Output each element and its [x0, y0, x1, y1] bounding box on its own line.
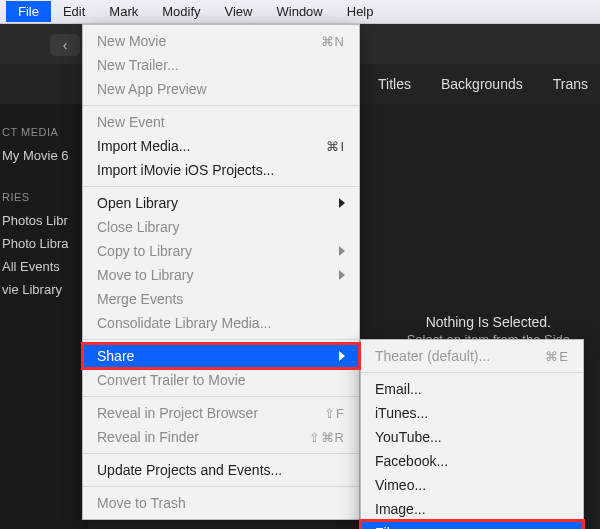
submenu-item-label: Vimeo...: [375, 477, 569, 493]
menu-item-label: Copy to Library: [97, 243, 333, 259]
menu-item-import-imovie-ios-projects[interactable]: Import iMovie iOS Projects...: [83, 158, 359, 182]
menu-separator: [83, 339, 359, 340]
menu-item-new-event: New Event: [83, 110, 359, 134]
menubar: iMovie FileEditMarkModifyViewWindowHelp: [0, 0, 600, 24]
menu-item-label: Reveal in Project Browser: [97, 405, 324, 421]
menu-item-shortcut: ⌘I: [326, 139, 345, 154]
menu-item-reveal-in-project-browser: Reveal in Project Browser⇧F: [83, 401, 359, 425]
menu-separator: [83, 186, 359, 187]
submenu-item-label: Image...: [375, 501, 569, 517]
menubar-item-edit[interactable]: Edit: [51, 1, 97, 22]
submenu-item-file[interactable]: File...: [361, 521, 583, 529]
menu-item-label: Move to Library: [97, 267, 333, 283]
sidebar-item[interactable]: Photos Libr: [0, 209, 88, 232]
submenu-item-label: Theater (default)...: [375, 348, 545, 364]
menubar-item-window[interactable]: Window: [265, 1, 335, 22]
empty-title: Nothing Is Selected.: [407, 314, 570, 330]
submenu-item-youtube[interactable]: YouTube...: [361, 425, 583, 449]
submenu-item-label: Email...: [375, 381, 569, 397]
submenu-item-itunes[interactable]: iTunes...: [361, 401, 583, 425]
menu-item-new-movie: New Movie⌘N: [83, 29, 359, 53]
menu-item-label: New Event: [97, 114, 345, 130]
submenu-item-email[interactable]: Email...: [361, 377, 583, 401]
menu-item-label: New Trailer...: [97, 57, 345, 73]
menu-item-copy-to-library: Copy to Library: [83, 239, 359, 263]
menu-item-label: Import Media...: [97, 138, 326, 154]
sidebar-item[interactable]: My Movie 6: [0, 144, 88, 167]
chevron-right-icon: [339, 198, 345, 208]
menu-item-label: Consolidate Library Media...: [97, 315, 345, 331]
menu-item-label: Open Library: [97, 195, 333, 211]
submenu-item-label: File...: [375, 525, 569, 529]
menu-item-reveal-in-finder: Reveal in Finder⇧⌘R: [83, 425, 359, 449]
menu-item-import-media[interactable]: Import Media...⌘I: [83, 134, 359, 158]
tab-backgrounds[interactable]: Backgrounds: [441, 76, 523, 92]
chevron-right-icon: [339, 351, 345, 361]
menu-item-shortcut: ⌘N: [321, 34, 345, 49]
menu-item-new-app-preview: New App Preview: [83, 77, 359, 101]
menu-separator: [361, 372, 583, 373]
menu-item-label: Import iMovie iOS Projects...: [97, 162, 345, 178]
tab-trans[interactable]: Trans: [553, 76, 588, 92]
menu-separator: [83, 396, 359, 397]
submenu-item-facebook[interactable]: Facebook...: [361, 449, 583, 473]
sidebar: CT MEDIAMy Movie 6RIESPhotos LibrPhoto L…: [0, 104, 88, 529]
menu-item-consolidate-library-media: Consolidate Library Media...: [83, 311, 359, 335]
sidebar-item[interactable]: All Events: [0, 255, 88, 278]
menu-item-label: New App Preview: [97, 81, 345, 97]
menu-separator: [83, 486, 359, 487]
menu-item-new-trailer: New Trailer...: [83, 53, 359, 77]
menu-item-label: Move to Trash: [97, 495, 345, 511]
menu-item-share[interactable]: Share: [83, 344, 359, 368]
menu-item-label: Close Library: [97, 219, 345, 235]
menu-item-convert-trailer-to-movie: Convert Trailer to Movie: [83, 368, 359, 392]
menu-item-label: Reveal in Finder: [97, 429, 309, 445]
menu-item-label: Share: [97, 348, 333, 364]
menu-item-open-library[interactable]: Open Library: [83, 191, 359, 215]
menu-item-merge-events: Merge Events: [83, 287, 359, 311]
sidebar-header-libraries: RIES: [2, 191, 88, 203]
menu-item-move-to-library: Move to Library: [83, 263, 359, 287]
menu-item-move-to-trash: Move to Trash: [83, 491, 359, 515]
menubar-item-file[interactable]: File: [6, 1, 51, 22]
menubar-item-view[interactable]: View: [213, 1, 265, 22]
tab-titles[interactable]: Titles: [378, 76, 411, 92]
sidebar-item[interactable]: Photo Libra: [0, 232, 88, 255]
menu-item-shortcut: ⇧F: [324, 406, 345, 421]
menu-separator: [83, 105, 359, 106]
submenu-item-label: YouTube...: [375, 429, 569, 445]
menu-item-shortcut: ⇧⌘R: [309, 430, 345, 445]
menu-item-label: Convert Trailer to Movie: [97, 372, 345, 388]
menu-item-close-library: Close Library: [83, 215, 359, 239]
submenu-item-label: Facebook...: [375, 453, 569, 469]
share-submenu: Theater (default)...⌘EEmail...iTunes...Y…: [360, 339, 584, 529]
chevron-right-icon: [339, 246, 345, 256]
submenu-item-image[interactable]: Image...: [361, 497, 583, 521]
submenu-item-theater-default: Theater (default)...⌘E: [361, 344, 583, 368]
chevron-right-icon: [339, 270, 345, 280]
menu-item-label: Update Projects and Events...: [97, 462, 345, 478]
menu-item-label: New Movie: [97, 33, 321, 49]
sidebar-item[interactable]: vie Library: [0, 278, 88, 301]
menu-item-update-projects-and-events[interactable]: Update Projects and Events...: [83, 458, 359, 482]
menu-item-label: Merge Events: [97, 291, 345, 307]
sidebar-header-media: CT MEDIA: [2, 126, 88, 138]
submenu-item-label: iTunes...: [375, 405, 569, 421]
menubar-item-mark[interactable]: Mark: [97, 1, 150, 22]
file-menu: New Movie⌘NNew Trailer...New App Preview…: [82, 24, 360, 520]
menu-separator: [83, 453, 359, 454]
submenu-item-shortcut: ⌘E: [545, 349, 569, 364]
menubar-item-help[interactable]: Help: [335, 1, 386, 22]
submenu-item-vimeo[interactable]: Vimeo...: [361, 473, 583, 497]
menubar-item-modify[interactable]: Modify: [150, 1, 212, 22]
back-button[interactable]: ‹: [50, 34, 80, 56]
